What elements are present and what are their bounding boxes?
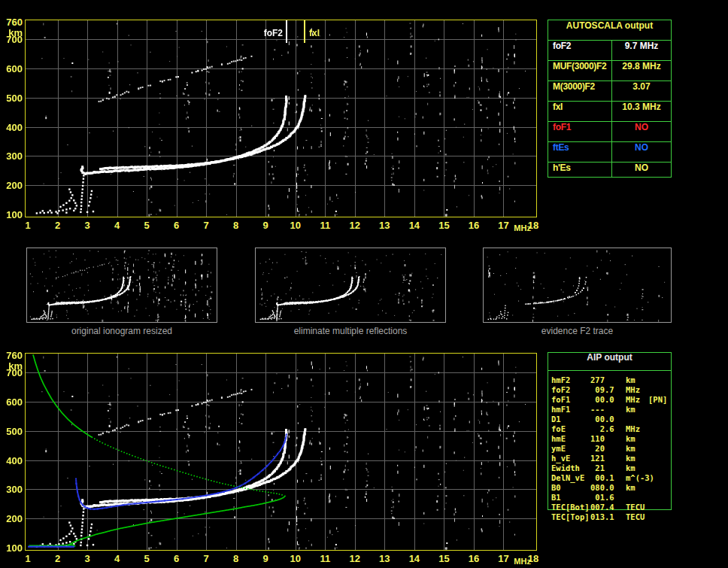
y-tick-label: 600 bbox=[0, 63, 23, 74]
aip-row-label: TEC[Bot] bbox=[551, 503, 590, 512]
aip-row-label: hmF1 bbox=[551, 405, 570, 414]
autoscala-row: foF1NO bbox=[548, 122, 671, 142]
x-tick-label: 5 bbox=[137, 220, 156, 230]
aip-row: hmF1---km bbox=[548, 405, 672, 415]
aip-row-value: 277 bbox=[590, 375, 605, 384]
x-tick-label: 7 bbox=[196, 220, 216, 230]
aip-row-value: 00.1 bbox=[590, 473, 614, 482]
bottom-profile-canvas bbox=[26, 354, 536, 550]
autoscala-row-label: h'Es bbox=[553, 163, 571, 173]
x-tick-label: 3 bbox=[77, 220, 97, 230]
aip-row: ymE 20km bbox=[548, 444, 672, 454]
aip-row: hmE110km bbox=[548, 434, 672, 444]
thumbnail-caption-original: original ionogram resized bbox=[26, 326, 217, 336]
aip-row-value: 00.0 bbox=[590, 395, 614, 404]
aip-panel: AIP output hmF2277kmfoF2 09.7MHzfoF1 00.… bbox=[548, 352, 672, 527]
aip-row-value: 00.0 bbox=[590, 415, 614, 424]
aip-row: B0080.0km bbox=[548, 483, 672, 493]
autoscala-row-value: NO bbox=[612, 122, 671, 132]
x-axis-unit-label: MHz bbox=[514, 223, 531, 232]
y-tick-label: 100 bbox=[0, 209, 23, 220]
aip-row-value: 21 bbox=[590, 463, 605, 472]
x-tick-label: 1 bbox=[18, 553, 38, 563]
x-tick-label: 15 bbox=[434, 553, 453, 563]
autoscala-row-label: foF1 bbox=[553, 122, 571, 132]
x-tick-label: 8 bbox=[226, 553, 246, 563]
thumbnail-eliminate-reflections bbox=[255, 248, 446, 323]
autoscala-row: M(3000)F23.07 bbox=[548, 81, 671, 102]
autoscala-row-value: 3.07 bbox=[612, 81, 671, 92]
x-tick-label: 11 bbox=[315, 553, 335, 563]
y-tick-label: 100 bbox=[0, 542, 23, 553]
x-tick-label: 2 bbox=[48, 220, 68, 230]
x-tick-label: 5 bbox=[137, 553, 156, 563]
aip-row-unit: MHz bbox=[626, 395, 640, 404]
x-axis-unit-label: MHz bbox=[514, 557, 531, 566]
aip-row-value: 20 bbox=[590, 444, 605, 453]
aip-row: foF2 09.7MHz bbox=[548, 385, 672, 395]
x-tick-label: 1 bbox=[18, 220, 38, 230]
aip-row-unit: km bbox=[626, 375, 635, 384]
thumbnail-caption-evidence: evidence F2 trace bbox=[483, 326, 672, 336]
x-tick-label: 15 bbox=[434, 220, 453, 230]
x-tick-label: 6 bbox=[167, 220, 187, 230]
y-tick-label: 600 bbox=[0, 396, 23, 407]
x-tick-label: 7 bbox=[196, 553, 216, 563]
aip-row-note: [PN] bbox=[648, 395, 667, 404]
autoscala-row-value: NO bbox=[612, 142, 671, 153]
page-title: Rome (lat: +41.8, lon: 012.5) - DATE: 20… bbox=[66, 1, 370, 11]
aip-row-label: ymE bbox=[551, 444, 566, 453]
aip-row-value: 2.6 bbox=[590, 424, 614, 433]
aip-row-label: h_vE bbox=[551, 454, 570, 463]
autoscala-row: MUF(3000)F229.8 MHz bbox=[548, 61, 671, 81]
x-tick-label: 4 bbox=[108, 553, 127, 563]
aip-row-label: Ewidth bbox=[551, 463, 580, 472]
aip-row-unit: TECU bbox=[626, 512, 645, 521]
x-tick-label: 16 bbox=[464, 553, 484, 563]
x-tick-label: 13 bbox=[375, 220, 394, 230]
x-tick-label: 12 bbox=[345, 553, 365, 563]
aip-row-unit: m^(-3) bbox=[626, 473, 654, 482]
aip-row: TEC[Top]013.1TECU bbox=[548, 512, 672, 522]
fof2-marker-label: foF2 bbox=[251, 28, 283, 38]
fxi-marker-label: fxI bbox=[309, 28, 339, 38]
autoscala-row-label: MUF(3000)F2 bbox=[553, 61, 606, 71]
autoscala-title: AUTOSCALA output bbox=[548, 20, 671, 41]
aip-row-unit: km bbox=[626, 454, 635, 463]
autoscala-row: fxI10.3 MHz bbox=[548, 102, 671, 122]
aip-row: h_vE121km bbox=[548, 454, 672, 463]
aip-row-label: hmF2 bbox=[551, 375, 570, 384]
aip-row-unit: MHz bbox=[626, 424, 640, 433]
aip-row: D1 00.0 bbox=[548, 415, 672, 424]
x-tick-label: 10 bbox=[286, 220, 305, 230]
aip-row-label: B0 bbox=[551, 483, 561, 492]
aip-row: hmF2277km bbox=[548, 375, 672, 385]
aip-row-value: --- bbox=[590, 405, 605, 414]
aip-row-label: TEC[Top] bbox=[551, 512, 590, 521]
y-tick-label: 300 bbox=[0, 484, 23, 494]
aip-row-label: hmE bbox=[551, 434, 566, 443]
y-tick-label: 760 bbox=[0, 17, 23, 27]
thumbnail-caption-eliminate: eliminate multiple reflections bbox=[255, 326, 446, 336]
autoscala-rows: foF29.7 MHzMUF(3000)F229.8 MHzM(3000)F23… bbox=[548, 41, 671, 182]
autoscala-row-label: fxI bbox=[553, 102, 563, 112]
y-tick-label: 200 bbox=[0, 513, 23, 524]
aip-row-label: B1 bbox=[551, 493, 561, 502]
y-tick-label: 700 bbox=[0, 34, 23, 44]
autoscala-row-value: 9.7 MHz bbox=[612, 41, 671, 51]
x-tick-label: 9 bbox=[256, 553, 275, 563]
aip-row: foF1 00.0MHz[PN] bbox=[548, 395, 672, 405]
aip-row-unit: MHz bbox=[626, 385, 640, 394]
y-tick-label: 700 bbox=[0, 367, 23, 378]
autoscala-row-value: 10.3 MHz bbox=[612, 102, 671, 112]
top-ionogram-canvas bbox=[26, 20, 536, 217]
y-tick-label: 500 bbox=[0, 93, 23, 103]
x-tick-label: 12 bbox=[345, 220, 365, 230]
aip-row-label: DelN_vE bbox=[551, 473, 584, 482]
aip-row-value: 007.4 bbox=[590, 503, 614, 512]
aip-row-unit: km bbox=[626, 463, 635, 472]
thumbnail-evidence-canvas bbox=[484, 248, 671, 322]
aip-row-value: 013.1 bbox=[590, 512, 614, 521]
y-tick-label: 760 bbox=[0, 350, 23, 360]
x-tick-label: 17 bbox=[493, 553, 513, 563]
